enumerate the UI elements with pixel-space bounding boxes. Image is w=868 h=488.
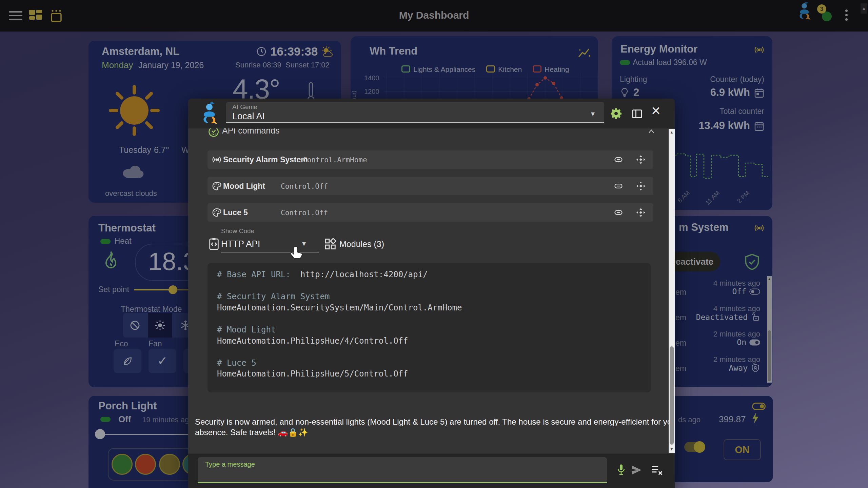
- mouse-cursor: [289, 245, 304, 262]
- input-placeholder: Type a message: [205, 461, 255, 468]
- genie-logo: [198, 101, 223, 126]
- device-name: Mood Light: [223, 182, 265, 191]
- code-value: HomeAutomation.PhilipsHue/5/Control.Off: [217, 369, 641, 380]
- device-command: Control.Off: [281, 182, 328, 190]
- code-comment: # Base API URL:: [217, 270, 291, 279]
- assistant-select[interactable]: AI Genie Local AI ▾: [226, 102, 604, 123]
- device-command: Control.Off: [281, 209, 328, 217]
- settings-gear-icon[interactable]: [609, 107, 623, 120]
- assistant-select-label: AI Genie: [232, 103, 257, 111]
- code-comment: # Luce 5: [217, 358, 641, 369]
- palette-icon: [212, 207, 222, 218]
- dialog-content: API commands Security Alarm System Contr…: [188, 128, 675, 453]
- show-code-value: HTTP API: [221, 239, 260, 249]
- clear-chat-icon[interactable]: [651, 464, 664, 476]
- link-icon[interactable]: [613, 208, 624, 217]
- side-panel-icon[interactable]: [631, 108, 643, 120]
- drag-move-icon[interactable]: [636, 155, 646, 165]
- drag-move-icon[interactable]: [636, 181, 646, 191]
- close-icon[interactable]: ×: [651, 101, 660, 120]
- assistant-response-line1: Security is now armed, and non-essential…: [195, 417, 675, 427]
- message-input-bar: Type a message: [188, 453, 675, 488]
- device-name: Security Alarm System: [223, 155, 308, 164]
- code-comment: # Mood Light: [217, 325, 641, 336]
- code-value: http://localhost:4200/api/: [291, 270, 428, 279]
- collapse-chevron-icon[interactable]: [647, 128, 656, 135]
- code-value: HomeAutomation.PhilipsHue/4/Control.Off: [217, 336, 641, 347]
- assistant-select-value: Local AI: [232, 111, 265, 122]
- mic-icon[interactable]: [615, 463, 627, 477]
- modules-icon: [324, 238, 337, 250]
- message-input[interactable]: Type a message: [198, 457, 607, 483]
- section-title: API commands: [222, 128, 280, 136]
- drag-move-icon[interactable]: [636, 207, 646, 218]
- api-commands-status-icon: [208, 128, 220, 138]
- screen: My Dashboard 3 ▲ Amsterdam, NL Monday Ja…: [0, 0, 868, 488]
- chevron-down-icon: ▾: [591, 109, 595, 118]
- broadcast-icon: [212, 155, 222, 165]
- dialog-header: AI Genie Local AI ▾ ×: [188, 99, 675, 128]
- modules-button[interactable]: Modules (3): [324, 237, 409, 252]
- link-icon[interactable]: [613, 155, 624, 164]
- palette-icon: [212, 181, 222, 191]
- device-command: Control.ArmHome: [303, 156, 367, 164]
- assistant-response-line2: absence. Safe travels! 🚗🔒✨: [195, 428, 308, 437]
- code-comment: # Security Alarm System: [217, 292, 641, 303]
- code-block: # Base API URL: http://localhost:4200/ap…: [208, 263, 651, 392]
- api-command-row[interactable]: Luce 5 Control.Off: [208, 203, 653, 222]
- show-code-label: Show Code: [221, 227, 254, 235]
- clipboard-code-icon: [208, 237, 220, 250]
- ai-assistant-dialog: AI Genie Local AI ▾ × API commands: [188, 99, 675, 488]
- code-value: HomeAutomation.SecuritySystem/Main/Contr…: [217, 303, 641, 314]
- modules-label: Modules (3): [339, 239, 384, 249]
- dialog-scrollbar[interactable]: ▲ ▼: [669, 129, 675, 453]
- send-icon[interactable]: [631, 465, 642, 475]
- api-command-row[interactable]: Security Alarm System Control.ArmHome: [208, 150, 653, 169]
- device-name: Luce 5: [223, 208, 248, 217]
- link-icon[interactable]: [613, 181, 624, 191]
- api-command-row[interactable]: Mood Light Control.Off: [208, 177, 653, 195]
